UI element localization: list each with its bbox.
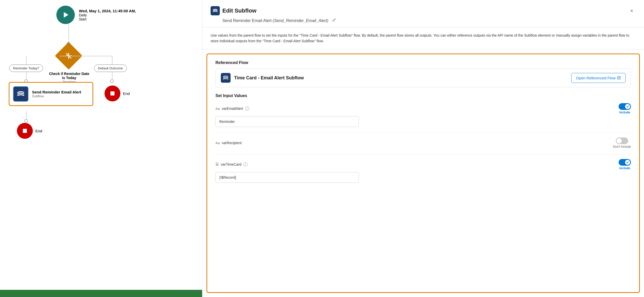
input-row-0: Aa varEmailAlert i Include xyxy=(215,103,631,127)
ref-flow-name: Time Card - Email Alert Subflow xyxy=(234,75,304,81)
toggle-container-1: Don't Include xyxy=(613,137,631,148)
type-icon-0: Aa xyxy=(215,107,220,111)
subflow-text: Send Reminder Email Alert Subflow xyxy=(32,90,81,98)
toggle-1[interactable] xyxy=(616,137,628,144)
bottom-bar xyxy=(0,290,202,297)
input-name-1: varRecipient xyxy=(222,141,242,145)
ref-flow-left: Time Card - Email Alert Subflow xyxy=(221,73,304,83)
branch-right-label: Default Outcome xyxy=(94,65,127,72)
info-icon-0[interactable]: i xyxy=(245,107,249,111)
end-node-bottom: End xyxy=(17,123,42,139)
subflow-type: Subflow xyxy=(32,94,81,98)
branch-left-label: Reminder Today? xyxy=(9,65,43,72)
end-label-bottom: End xyxy=(35,129,42,133)
end-node-right: End xyxy=(105,86,130,101)
toggle-thumb-1 xyxy=(617,138,622,143)
start-circle xyxy=(56,6,75,24)
type-icon-2: ☰ xyxy=(215,162,219,166)
input-row-2: ☰ varTimeCard i Include xyxy=(215,159,631,183)
set-input-values-title: Set Input Values xyxy=(215,93,631,98)
start-label: Start xyxy=(79,17,136,21)
svg-marker-0 xyxy=(64,12,68,18)
toggle-label-1: Don't Include xyxy=(613,145,631,148)
svg-line-6 xyxy=(619,77,620,78)
svg-rect-4 xyxy=(110,91,115,96)
subflow-node[interactable]: Send Reminder Email Alert Subflow xyxy=(9,82,93,106)
svg-rect-5 xyxy=(23,129,27,133)
start-date: Wed, May 1, 2024, 11:45:00 AM, xyxy=(79,9,136,13)
external-link-icon xyxy=(617,76,621,80)
input-name-0: varEmailAlert xyxy=(222,107,243,111)
start-schedule: Daily xyxy=(79,13,136,17)
subtitle-italic: (Send_Reminder_Email_Alert) xyxy=(273,18,328,23)
start-info: Wed, May 1, 2024, 11:45:00 AM, Daily Sta… xyxy=(79,9,136,21)
open-referenced-flow-button[interactable]: Open Referenced Flow xyxy=(571,73,626,83)
ref-flow-icon xyxy=(221,73,231,83)
referenced-flow-title: Referenced Flow xyxy=(215,60,631,65)
open-ref-btn-label: Open Referenced Flow xyxy=(576,76,616,80)
panel-content: Referenced Flow Time Card - Email Alert … xyxy=(206,54,640,293)
connector-circle-bottom xyxy=(24,119,28,123)
toggle-container-2: Include xyxy=(619,159,631,170)
input-field-2[interactable] xyxy=(215,172,359,183)
info-icon-2[interactable]: i xyxy=(243,162,247,166)
flow-canvas: Wed, May 1, 2024, 11:45:00 AM, Daily Sta… xyxy=(0,0,202,297)
divider-1 xyxy=(215,154,631,154)
toggle-label-2: Include xyxy=(619,166,630,170)
subflow-name: Send Reminder Email Alert xyxy=(32,90,81,94)
panel-description: Use values from the parent flow to set t… xyxy=(202,27,644,49)
toggle-label-0: Include xyxy=(619,111,630,114)
input-row-1: Aa varRecipient Don't Include xyxy=(215,137,631,148)
subtitle-main: Send Reminder Email Alert xyxy=(222,18,272,23)
edit-panel: Edit Subflow × Send Reminder Email Alert… xyxy=(202,0,644,297)
end-circle-bottom xyxy=(17,123,33,139)
end-circle-right xyxy=(105,86,120,101)
edit-pencil-icon[interactable] xyxy=(331,17,337,23)
divider-0 xyxy=(215,133,631,133)
end-label-right: End xyxy=(123,91,130,96)
input-label-left-1: Aa varRecipient xyxy=(215,141,242,145)
panel-icon xyxy=(211,6,220,15)
toggle-0[interactable] xyxy=(619,103,631,110)
panel-header: Edit Subflow × Send Reminder Email Alert… xyxy=(202,0,644,27)
connector-circle-right xyxy=(110,79,114,83)
type-icon-1: Aa xyxy=(215,141,220,145)
connector-v1 xyxy=(68,24,69,43)
subflow-icon xyxy=(13,86,28,102)
panel-title-row: Edit Subflow xyxy=(211,6,256,15)
panel-title: Edit Subflow xyxy=(222,7,256,14)
toggle-thumb-2 xyxy=(625,160,630,165)
decision-name: Check if Reminder Date is Today xyxy=(49,72,90,80)
referenced-flow-card: Time Card - Email Alert Subflow Open Ref… xyxy=(215,69,631,87)
start-node: Wed, May 1, 2024, 11:45:00 AM, Daily Sta… xyxy=(56,6,136,24)
connector-h-right xyxy=(79,56,112,56)
input-name-2: varTimeCard xyxy=(221,162,241,166)
input-label-left-2: ☰ varTimeCard i xyxy=(215,162,247,166)
close-button[interactable]: × xyxy=(628,7,636,15)
panel-subtitle: Send Reminder Email Alert (Send_Reminder… xyxy=(222,17,636,23)
input-label-left-0: Aa varEmailAlert i xyxy=(215,107,249,111)
toggle-container-0: Include xyxy=(619,103,631,114)
toggle-thumb-0 xyxy=(625,104,630,109)
input-field-0[interactable] xyxy=(215,116,359,127)
toggle-2[interactable] xyxy=(619,159,631,166)
